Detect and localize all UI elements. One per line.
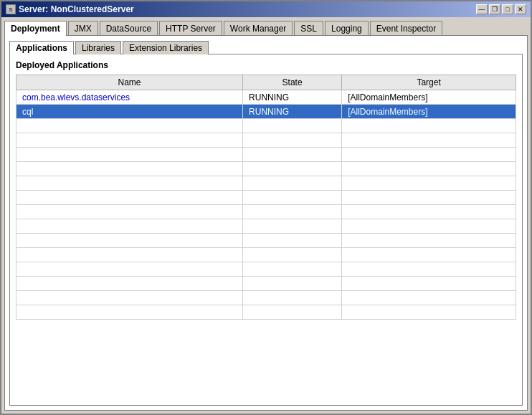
applications-panel: Deployed Applications Name State Target … [9, 54, 523, 406]
deployment-panel: Applications Libraries Extension Librari… [4, 35, 528, 411]
title-bar: S Server: NonClusteredServer — ❐ □ ✕ [1, 1, 531, 17]
app-name-link[interactable]: cql [22, 107, 33, 117]
cell-app-name[interactable]: com.bea.wlevs.dataservices [16, 90, 243, 105]
table-row[interactable] [16, 277, 516, 291]
cell-app-name [16, 205, 243, 219]
cell-target [342, 148, 516, 162]
window-content: Deployment JMX DataSource HTTP Server Wo… [1, 17, 531, 414]
cell-app-name [16, 119, 243, 133]
tab-jmx[interactable]: JMX [68, 21, 98, 36]
cell-target [342, 234, 516, 248]
cell-app-name [16, 305, 243, 320]
cell-target [342, 291, 516, 305]
maximize-button[interactable]: □ [502, 4, 513, 14]
cell-target [342, 248, 516, 262]
cell-target [342, 162, 516, 176]
cell-app-name[interactable]: cql [16, 105, 243, 119]
cell-app-name [16, 291, 243, 305]
tab-datasource[interactable]: DataSource [100, 21, 158, 36]
cell-app-name [16, 133, 243, 148]
table-row[interactable] [16, 133, 516, 148]
title-bar-left: S Server: NonClusteredServer [6, 4, 134, 14]
cell-state [243, 291, 342, 305]
cell-state [243, 219, 342, 234]
cell-state [243, 277, 342, 291]
title-bar-buttons: — ❐ □ ✕ [476, 4, 526, 14]
cell-app-name [16, 148, 243, 162]
col-header-target: Target [342, 75, 516, 90]
cell-state [243, 133, 342, 148]
cell-app-name [16, 176, 243, 191]
table-row[interactable] [16, 205, 516, 219]
cell-state: RUNNING [243, 105, 342, 119]
table-row[interactable] [16, 305, 516, 320]
cell-target: [AllDomainMembers] [342, 105, 516, 119]
tab-work-manager[interactable]: Work Manager [224, 21, 293, 36]
cell-state [243, 191, 342, 205]
cell-target [342, 133, 516, 148]
cell-state [243, 248, 342, 262]
cell-target [342, 119, 516, 133]
cell-app-name [16, 162, 243, 176]
cell-state [243, 162, 342, 176]
cell-target [342, 262, 516, 277]
inner-tab-bar: Applications Libraries Extension Librari… [9, 40, 523, 54]
table-row[interactable]: com.bea.wlevs.dataservicesRUNNING[AllDom… [16, 90, 516, 105]
table-row[interactable] [16, 191, 516, 205]
cell-state [243, 234, 342, 248]
table-row[interactable] [16, 219, 516, 234]
cell-target: [AllDomainMembers] [342, 90, 516, 105]
cell-app-name [16, 262, 243, 277]
table-row[interactable] [16, 291, 516, 305]
cell-state [243, 205, 342, 219]
cell-app-name [16, 248, 243, 262]
cell-target [342, 205, 516, 219]
table-row[interactable] [16, 248, 516, 262]
table-row[interactable] [16, 234, 516, 248]
tab-applications[interactable]: Applications [9, 41, 74, 54]
cell-state [243, 262, 342, 277]
cell-state [243, 176, 342, 191]
cell-target [342, 277, 516, 291]
app-name-link[interactable]: com.bea.wlevs.dataservices [22, 92, 130, 102]
cell-target [342, 305, 516, 320]
table-row[interactable] [16, 176, 516, 191]
restore-button[interactable]: ❐ [489, 4, 500, 14]
table-row[interactable] [16, 119, 516, 133]
window-icon: S [6, 4, 16, 14]
tab-libraries[interactable]: Libraries [75, 41, 121, 54]
main-window: S Server: NonClusteredServer — ❐ □ ✕ Dep… [0, 0, 532, 415]
cell-app-name [16, 277, 243, 291]
cell-state [243, 305, 342, 320]
table-row[interactable] [16, 262, 516, 277]
tab-logging[interactable]: Logging [325, 21, 369, 36]
col-header-name: Name [16, 75, 243, 90]
cell-state [243, 148, 342, 162]
window-title: Server: NonClusteredServer [19, 4, 134, 14]
cell-target [342, 219, 516, 234]
cell-app-name [16, 191, 243, 205]
col-header-state: State [243, 75, 342, 90]
tab-event-inspector[interactable]: Event Inspector [370, 21, 442, 36]
close-button[interactable]: ✕ [515, 4, 526, 14]
cell-state [243, 119, 342, 133]
tab-http-server[interactable]: HTTP Server [159, 21, 222, 36]
tab-deployment[interactable]: Deployment [4, 21, 67, 36]
table-row[interactable]: cqlRUNNING[AllDomainMembers] [16, 105, 516, 119]
outer-tab-bar: Deployment JMX DataSource HTTP Server Wo… [4, 20, 528, 35]
table-row[interactable] [16, 148, 516, 162]
section-title: Deployed Applications [16, 60, 516, 70]
cell-app-name [16, 219, 243, 234]
tab-extension-libraries[interactable]: Extension Libraries [123, 41, 209, 54]
tab-ssl[interactable]: SSL [294, 21, 323, 36]
minimize-button[interactable]: — [476, 4, 488, 14]
cell-target [342, 176, 516, 191]
deployed-apps-table: Name State Target com.bea.wlevs.dataserv… [16, 75, 516, 320]
cell-target [342, 191, 516, 205]
cell-app-name [16, 234, 243, 248]
cell-state: RUNNING [243, 90, 342, 105]
table-row[interactable] [16, 162, 516, 176]
